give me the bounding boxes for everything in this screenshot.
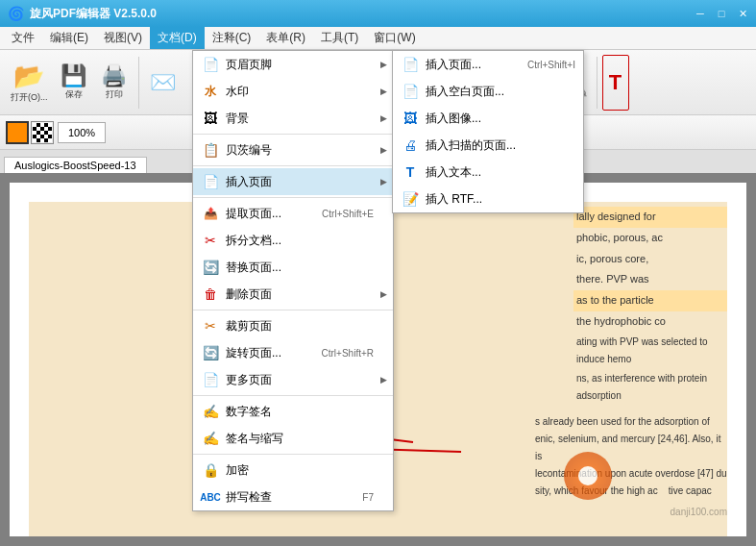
insert-page-submenu[interactable]: 📄 插入页面... Ctrl+Shift+I 📄 插入空白页面... 🖼 插入图… <box>392 50 584 213</box>
watermark-circle <box>564 452 612 500</box>
menu-item-encrypt[interactable]: 🔒 加密 <box>193 457 393 484</box>
pdf-line-12: sity, which favour the high ac tive capa… <box>535 483 727 500</box>
pdf-line-2: phobic, porous, ac <box>573 228 727 249</box>
separator-5 <box>193 395 393 396</box>
pdf-line-8: ns, as interference with protein adsorpt… <box>573 369 727 406</box>
pdf-watermark: danji100.com <box>671 507 727 517</box>
bates-icon: 📋 <box>201 140 220 160</box>
text-icon: T <box>609 70 622 95</box>
rotate-icon: 🔄 <box>201 343 220 362</box>
zoom-100-group <box>58 122 106 143</box>
extract-icon: 📤 <box>201 204 220 223</box>
split-icon: ✂ <box>201 231 220 250</box>
menu-document[interactable]: 文档(D) <box>150 27 205 49</box>
signature-icon: ✍ <box>201 429 220 448</box>
folder-icon: 📂 <box>13 62 44 91</box>
pdf-line-4: there. PVP was <box>573 269 727 290</box>
text-tool-button[interactable]: T <box>602 55 629 111</box>
submenu-scan-icon: 🖨 <box>401 136 420 155</box>
menu-form[interactable]: 表单(R) <box>258 27 313 49</box>
menu-view[interactable]: 视图(V) <box>96 27 150 49</box>
replace-icon: 🔄 <box>201 258 220 277</box>
close-button[interactable]: ✕ <box>733 4 752 23</box>
menu-tools[interactable]: 工具(T) <box>313 27 366 49</box>
submenu-insert-rtf[interactable]: 📝 插入 RTF... <box>393 186 583 212</box>
pdf-text-area: lally designed for phobic, porous, ac ic… <box>573 207 727 406</box>
menu-file[interactable]: 文件 <box>4 27 42 49</box>
submenu-blank-icon: 📄 <box>401 82 420 101</box>
menu-item-crop[interactable]: ✂ 裁剪页面 <box>193 312 393 339</box>
submenu-image-icon: 🖼 <box>401 109 420 128</box>
pattern-swatch[interactable] <box>31 121 54 144</box>
submenu-insert-blank[interactable]: 📄 插入空白页面... <box>393 78 583 105</box>
menu-window[interactable]: 窗口(W) <box>366 27 423 49</box>
print-button[interactable]: 🖨️ 打印 <box>95 55 134 111</box>
app-logo-icon: 🌀 <box>8 6 24 21</box>
menu-item-sign[interactable]: ✍ 数字签名 <box>193 398 393 425</box>
print-icon: 🖨️ <box>101 63 127 88</box>
menu-item-more-pages[interactable]: 📄 更多页面 <box>193 366 393 393</box>
menu-item-extract[interactable]: 📤 提取页面... Ctrl+Shift+E <box>193 200 393 227</box>
open-button[interactable]: 📂 打开(O)... <box>6 55 53 111</box>
mail-icon: ✉️ <box>150 70 176 95</box>
submenu-insert-scan[interactable]: 🖨 插入扫描的页面... <box>393 132 583 159</box>
menu-item-split[interactable]: ✂ 拆分文档... <box>193 227 393 254</box>
pdf-line-9: s already been used for the adsorption o… <box>535 413 727 431</box>
menu-edit[interactable]: 编辑(E) <box>42 27 96 49</box>
document-dropdown-menu[interactable]: 📄 页眉页脚 水 水印 🖼 背景 📋 贝茨编号 📄 插入页面 📤 提取页面...… <box>192 50 394 511</box>
color-group <box>6 121 54 144</box>
color-swatch-orange[interactable] <box>6 121 29 144</box>
spell-icon: ABC <box>201 487 220 507</box>
minimize-button[interactable]: ─ <box>691 4 710 23</box>
sign-icon: ✍ <box>201 402 220 421</box>
separator-6 <box>193 454 393 455</box>
menu-bar: 文件 编辑(E) 视图(V) 文档(D) 注释(C) 表单(R) 工具(T) 窗… <box>0 27 756 50</box>
insert-page-icon: 📄 <box>201 172 220 191</box>
save-icon: 💾 <box>61 63 86 88</box>
submenu-insert-text[interactable]: T 插入文本... <box>393 159 583 186</box>
menu-item-replace[interactable]: 🔄 替换页面... <box>193 254 393 281</box>
tool-btn-1[interactable]: ✉️ <box>144 55 183 111</box>
menu-item-spell[interactable]: ABC 拼写检查 F7 <box>193 484 393 510</box>
menu-item-background[interactable]: 🖼 背景 <box>193 105 393 132</box>
pdf-line-1: lally designed for <box>573 207 727 228</box>
maximize-button[interactable]: □ <box>712 4 731 23</box>
sep5 <box>597 57 597 109</box>
menu-annotate[interactable]: 注释(C) <box>205 27 259 49</box>
delete-icon: 🗑 <box>201 285 220 304</box>
background-icon: 🖼 <box>201 109 220 128</box>
menu-item-signature[interactable]: ✍ 签名与缩写 <box>193 425 393 452</box>
pdf-line-10: enic, selenium, and mercury [24,46]. Als… <box>535 431 727 465</box>
tab-item[interactable]: Auslogics-BoostSpeed-13 <box>4 157 147 173</box>
menu-item-delete[interactable]: 🗑 删除页面 <box>193 281 393 308</box>
separator-1 <box>193 134 393 135</box>
submenu-insert-image[interactable]: 🖼 插入图像... <box>393 105 583 132</box>
submenu-insert-page[interactable]: 📄 插入页面... Ctrl+Shift+I <box>393 51 583 78</box>
app-title: 旋风PDF编辑器 V2.5.0.0 <box>30 6 157 22</box>
title-bar: 🌀 旋风PDF编辑器 V2.5.0.0 ─ □ ✕ <box>0 0 756 27</box>
more-pages-icon: 📄 <box>201 370 220 389</box>
menu-item-insert-page[interactable]: 📄 插入页面 <box>193 168 393 195</box>
submenu-insert-page-icon: 📄 <box>401 55 420 74</box>
title-bar-buttons: ─ □ ✕ <box>691 4 752 23</box>
submenu-text-icon: T <box>401 162 420 182</box>
sep1 <box>138 57 139 109</box>
save-button[interactable]: 💾 保存 <box>55 55 93 111</box>
zoom-100-input[interactable] <box>58 122 106 143</box>
separator-2 <box>193 165 393 166</box>
pdf-lower-text: s already been used for the adsorption o… <box>535 413 727 500</box>
crop-icon: ✂ <box>201 316 220 335</box>
menu-item-watermark[interactable]: 水 水印 <box>193 78 393 105</box>
watermark-icon: 水 <box>201 82 220 101</box>
lock-icon: 🔒 <box>201 460 220 480</box>
watermark-inner <box>578 466 597 485</box>
pdf-line-6: the hydrophobic co <box>573 311 727 333</box>
menu-item-header-footer[interactable]: 📄 页眉页脚 <box>193 51 393 78</box>
submenu-rtf-icon: 📝 <box>401 189 420 209</box>
pdf-line-7: ating with PVP was selected to induce he… <box>573 333 727 369</box>
header-footer-icon: 📄 <box>201 55 220 74</box>
menu-item-rotate[interactable]: 🔄 旋转页面... Ctrl+Shift+R <box>193 339 393 366</box>
separator-4 <box>193 310 393 310</box>
menu-item-bates[interactable]: 📋 贝茨编号 <box>193 136 393 163</box>
pdf-line-3: ic, porous core, <box>573 249 727 270</box>
